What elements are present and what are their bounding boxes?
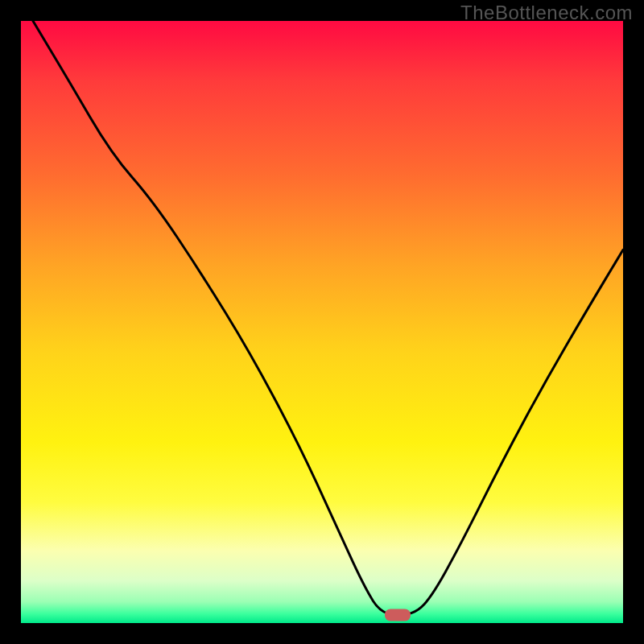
bottleneck-curve [21, 21, 623, 623]
optimal-marker [385, 609, 411, 621]
plot-area [21, 21, 623, 623]
chart-container: TheBottleneck.com [0, 0, 644, 644]
watermark-text: TheBottleneck.com [460, 2, 633, 24]
